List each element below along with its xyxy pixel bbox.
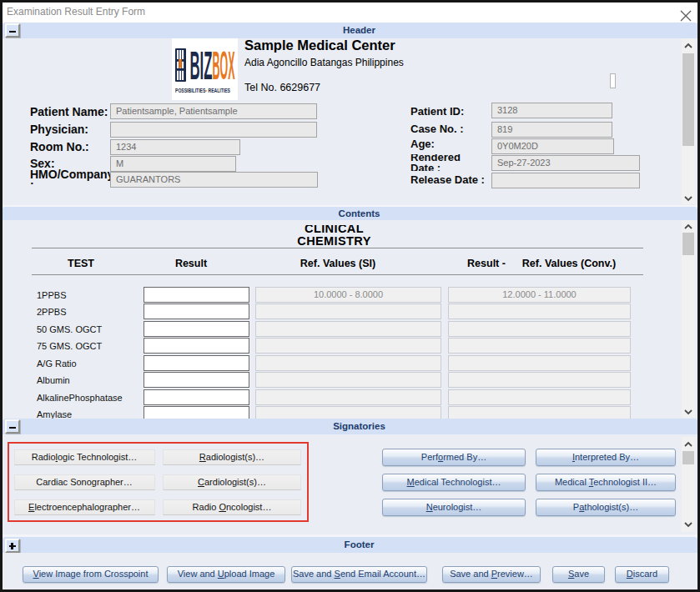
svg-text:POSSIBILITIES▪ REALITIES: POSSIBILITIES▪ REALITIES (175, 88, 231, 93)
svg-text:BIZ: BIZ (190, 43, 213, 88)
svg-text:BOX: BOX (213, 43, 235, 88)
